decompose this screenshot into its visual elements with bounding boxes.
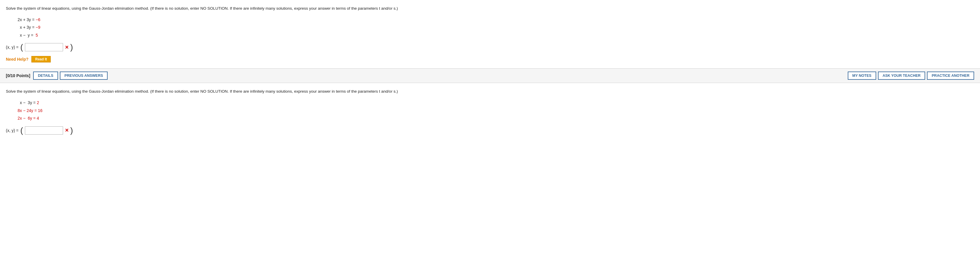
points-label: [0/10 Points] [6, 73, 30, 78]
right-buttons: MY NOTES ASK YOUR TEACHER PRACTICE ANOTH… [848, 71, 974, 80]
eq2-value-1: 2 [37, 100, 39, 105]
details-button[interactable]: DETAILS [33, 71, 58, 80]
answer-row-1: (x, y) = ( ✕ ) [6, 43, 974, 51]
eq2-prefix-3: 2x − 6y = 4 [18, 116, 39, 121]
practice-another-button[interactable]: PRACTICE ANOTHER [927, 71, 974, 80]
eq-line-3: x − y = 5 [18, 32, 974, 39]
answer-input-1[interactable] [25, 43, 63, 51]
clear-icon-1[interactable]: ✕ [65, 44, 68, 50]
read-it-button[interactable]: Read It [31, 56, 51, 62]
equation-block-1: 2x + 3y = −6 x + 3y = −9 x − y = 5 [18, 16, 974, 39]
eq2-line-2: 8x − 24y = 16 [18, 107, 974, 115]
eq-value-2: −9 [35, 25, 40, 30]
need-help-label: Need Help? [6, 57, 29, 62]
eq2-line-3: 2x − 6y = 4 [18, 114, 974, 122]
left-paren-1: ( [20, 43, 23, 51]
previous-answers-button[interactable]: PREVIOUS ANSWERS [60, 71, 108, 80]
clear-icon-2[interactable]: ✕ [65, 128, 68, 133]
left-paren-2: ( [20, 126, 23, 135]
ask-teacher-button[interactable]: ASK YOUR TEACHER [878, 71, 926, 80]
section-1: Solve the system of linear equations, us… [0, 0, 980, 68]
eq-line-2: x + 3y = −9 [18, 24, 974, 32]
problem-text-2: Solve the system of linear equations, us… [6, 88, 974, 95]
eq-value-1: −6 [35, 17, 40, 22]
eq2-prefix-2: 8x − 24y = 16 [18, 108, 43, 113]
problem-text-1: Solve the system of linear equations, us… [6, 5, 974, 12]
right-paren-1: ) [70, 43, 73, 51]
need-help-row: Need Help? Read It [6, 56, 974, 62]
eq2-line-1: x − 3y = 2 [18, 99, 974, 107]
my-notes-button[interactable]: MY NOTES [848, 71, 876, 80]
section-2: Solve the system of linear equations, us… [0, 83, 980, 145]
eq-line-1: 2x + 3y = −6 [18, 16, 974, 24]
answer-prefix-1: (x, y) = [6, 45, 19, 49]
eq-value-3: 5 [35, 33, 38, 38]
answer-row-2: (x, y) = ( ✕ ) [6, 126, 974, 135]
right-paren-2: ) [70, 126, 73, 135]
equation-block-2: x − 3y = 2 8x − 24y = 16 2x − 6y = 4 [18, 99, 974, 122]
toolbar: [0/10 Points] DETAILS PREVIOUS ANSWERS M… [0, 68, 980, 83]
answer-prefix-2: (x, y) = [6, 128, 19, 133]
answer-input-2[interactable] [25, 126, 63, 135]
